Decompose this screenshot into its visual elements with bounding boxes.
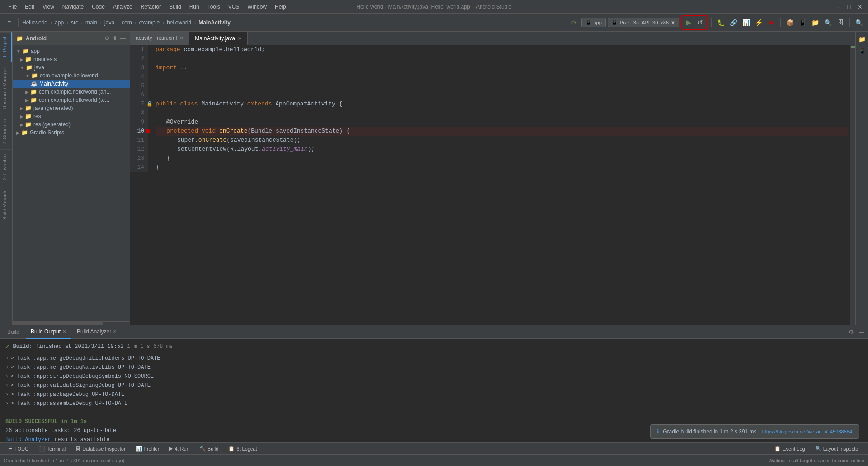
breadcrumb-helloworld[interactable]: Helloworld bbox=[22, 19, 47, 26]
gutter-marker-ok bbox=[851, 46, 855, 48]
layout-inspector-btn[interactable]: 🔍 bbox=[822, 17, 833, 28]
tab-activity-main[interactable]: activity_main.xml ✕ bbox=[130, 32, 189, 45]
rerun-button[interactable]: ↺ bbox=[695, 17, 706, 28]
toast-url[interactable]: https://blog.csdn.net/weixin_4_45988884 bbox=[762, 429, 852, 434]
tree-item-package[interactable]: ▼ 📁 com.example.helloworld bbox=[13, 71, 130, 80]
device-dropdown[interactable]: 📱 Pixel_3a_API_30_x86 ▼ bbox=[608, 18, 679, 27]
sidebar-tab-favorites[interactable]: 2: Favorites bbox=[0, 149, 12, 185]
project-view-btn[interactable]: ≡ bbox=[4, 17, 14, 28]
breadcrumb-mainactivity[interactable]: MainActivity bbox=[198, 19, 231, 26]
close-button[interactable]: ✕ bbox=[856, 3, 863, 10]
breadcrumb-src[interactable]: src bbox=[71, 19, 78, 26]
sidebar-tab-project[interactable]: 1: Project bbox=[0, 32, 12, 62]
tree-item-java[interactable]: ▼ 📁 java bbox=[13, 63, 130, 71]
bottom-profiler[interactable]: 📊 Profiler bbox=[131, 443, 164, 455]
breadcrumb-main[interactable]: main bbox=[85, 19, 97, 26]
menu-window[interactable]: Window bbox=[244, 2, 270, 11]
device-file-btn[interactable]: 📁 bbox=[810, 17, 821, 28]
tab-build-analyzer-close[interactable]: ✕ bbox=[113, 329, 117, 334]
bottom-hide-icon[interactable]: — bbox=[859, 328, 864, 335]
run-config-dropdown[interactable]: 📱 app bbox=[581, 18, 606, 27]
project-more-icon[interactable]: — bbox=[120, 35, 126, 42]
coverage-btn[interactable]: 📊 bbox=[741, 17, 751, 28]
bottom-layout-inspector[interactable]: 🔍 Layout Inspector bbox=[811, 443, 864, 455]
bottom-terminal[interactable]: ⬛ Terminal bbox=[34, 443, 71, 455]
project-settings-icon[interactable]: ⚙ bbox=[104, 35, 110, 42]
menu-run[interactable]: Run bbox=[186, 2, 203, 11]
tab-build-output[interactable]: Build Output ✕ bbox=[26, 325, 71, 339]
menu-view[interactable]: View bbox=[39, 2, 58, 11]
menu-analyze[interactable]: Analyze bbox=[109, 2, 136, 11]
tab-mainactivity[interactable]: MainActivity.java ✕ bbox=[189, 32, 247, 45]
tree-item-test[interactable]: ▶ 📁 com.example.helloworld (te... bbox=[13, 96, 130, 104]
run-button[interactable]: ▶ bbox=[683, 17, 694, 28]
stop-btn[interactable]: ■ bbox=[766, 17, 777, 28]
menu-edit[interactable]: Edit bbox=[21, 2, 38, 11]
menu-vcs[interactable]: VCS bbox=[225, 2, 243, 11]
menu-build[interactable]: Build bbox=[165, 2, 185, 11]
tree-item-androidtest[interactable]: ▶ 📁 com.example.helloworld (an... bbox=[13, 88, 130, 96]
scrollbar-thumb[interactable] bbox=[13, 322, 103, 325]
bottom-run[interactable]: ▶ 4: Run bbox=[165, 443, 193, 455]
bottom-build[interactable]: 🔨 Build bbox=[195, 443, 223, 455]
run-config-phone-icon: 📱 bbox=[585, 19, 592, 25]
right-icon-emulator[interactable]: 📱 bbox=[857, 45, 868, 56]
build-duration: 1 m 1 s 678 ms bbox=[127, 343, 173, 350]
bottom-event-log[interactable]: 📋 Event Log bbox=[770, 443, 810, 455]
layout-inspector-label: Layout Inspector bbox=[823, 446, 860, 452]
tree-item-gradle[interactable]: ▶ 📁 Gradle Scripts bbox=[13, 128, 130, 137]
search-btn[interactable]: 🔍 bbox=[854, 17, 864, 28]
right-icon-device-explorer[interactable]: 📁 bbox=[857, 33, 868, 44]
tree-label-java: java bbox=[34, 64, 44, 71]
bottom-settings-icon[interactable]: ⚙ bbox=[849, 328, 854, 335]
database-inspector-btn[interactable]: 🗄 bbox=[835, 17, 846, 28]
tree-item-mainactivity[interactable]: ☕ MainActivity bbox=[13, 80, 130, 88]
breadcrumb-app[interactable]: app bbox=[55, 19, 64, 26]
attach-debugger-btn[interactable]: 🔗 bbox=[728, 17, 739, 28]
profile-btn[interactable]: ⚡ bbox=[753, 17, 764, 28]
tree-item-java-generated[interactable]: ▶ 📁 java (generated) bbox=[13, 104, 130, 112]
sidebar-tab-structure[interactable]: 2: Structure bbox=[0, 114, 12, 149]
tab-close-mainactivity[interactable]: ✕ bbox=[238, 36, 242, 42]
breadcrumb-com[interactable]: com bbox=[122, 19, 132, 26]
tree-item-app[interactable]: ▼ 📁 app bbox=[13, 47, 130, 55]
menu-file[interactable]: File bbox=[5, 2, 20, 11]
tree-label-androidtest: com.example.helloworld (an... bbox=[39, 89, 111, 95]
breadcrumb-sep-7: › bbox=[162, 19, 164, 26]
debug-btn[interactable]: 🐛 bbox=[715, 17, 726, 28]
code-editor[interactable]: 1 2 3 4 5 6 7 8 9 10 11 12 13 14 bbox=[130, 45, 855, 172]
sdk-manager-btn[interactable]: 📦 bbox=[784, 17, 795, 28]
breadcrumb-sep-4: › bbox=[100, 19, 102, 26]
maximize-button[interactable]: □ bbox=[845, 3, 853, 10]
breadcrumb-java[interactable]: java bbox=[104, 19, 114, 26]
avd-manager-btn[interactable]: 📱 bbox=[797, 17, 808, 28]
tree-item-res[interactable]: ▶ 📁 res bbox=[13, 112, 130, 120]
menu-navigate[interactable]: Navigate bbox=[59, 2, 87, 11]
tree-item-res-generated[interactable]: ▶ 📁 res (generated) bbox=[13, 120, 130, 128]
bottom-logcat[interactable]: 📋 6: Logcat bbox=[224, 443, 261, 455]
build-status-text: Build: finished at 2021/3/11 19:52 bbox=[13, 343, 123, 350]
sidebar-tab-resource[interactable]: Resource Manager bbox=[0, 62, 12, 114]
breadcrumb-helloworld2[interactable]: helloworld bbox=[167, 19, 191, 26]
arrow-package: ▼ bbox=[25, 73, 30, 78]
tab-build-analyzer[interactable]: Build Analyzer ✕ bbox=[72, 325, 121, 339]
menu-refactor[interactable]: Refactor bbox=[137, 2, 165, 11]
menu-help[interactable]: Help bbox=[271, 2, 290, 11]
build-analyzer-link[interactable]: Build Analyzer bbox=[5, 437, 51, 442]
menu-code[interactable]: Code bbox=[88, 2, 108, 11]
sidebar-tab-buildvariants[interactable]: Build Variants bbox=[0, 185, 12, 224]
sync-btn[interactable]: ⟳ bbox=[569, 17, 580, 28]
tree-label-gradle: Gradle Scripts bbox=[30, 129, 64, 136]
folder-icon-test: 📁 bbox=[30, 97, 37, 103]
bottom-database[interactable]: 🗄 Database Inspector bbox=[71, 443, 130, 455]
project-collapse-icon[interactable]: ⬆ bbox=[113, 35, 118, 42]
breadcrumb-example[interactable]: example bbox=[139, 19, 160, 26]
tree-item-manifests[interactable]: ▶ 📁 manifests bbox=[13, 55, 130, 63]
project-scrollbar[interactable] bbox=[13, 321, 130, 325]
tab-build-output-close[interactable]: ✕ bbox=[62, 329, 66, 334]
bottom-todo[interactable]: ☰ TODO bbox=[4, 443, 33, 455]
run-buttons-group: ▶ ↺ bbox=[681, 15, 708, 30]
menu-tools[interactable]: Tools bbox=[204, 2, 224, 11]
minimize-button[interactable]: ─ bbox=[835, 3, 842, 10]
tab-close-activity-main[interactable]: ✕ bbox=[179, 35, 184, 41]
